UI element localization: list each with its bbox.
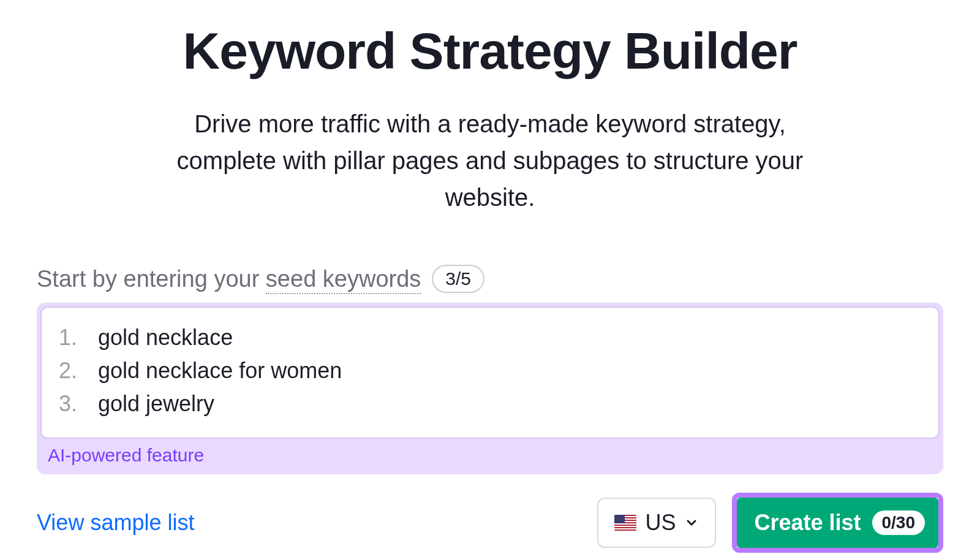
flag-us-icon	[614, 515, 636, 531]
seed-label-row: Start by entering your seed keywords 3/5	[37, 265, 943, 293]
keyword-item[interactable]: gold necklace	[59, 321, 921, 354]
country-select[interactable]: US	[597, 498, 716, 548]
keyword-list: gold necklace gold necklace for women go…	[59, 321, 921, 420]
keyword-item[interactable]: gold jewelry	[59, 387, 921, 420]
seed-keywords-tooltip-term[interactable]: seed keywords	[266, 266, 421, 294]
keyword-item[interactable]: gold necklace for women	[59, 354, 921, 387]
view-sample-link[interactable]: View sample list	[37, 510, 194, 536]
keyword-input-wrapper: gold necklace gold necklace for women go…	[37, 303, 943, 474]
keyword-item-text: gold necklace for women	[98, 354, 342, 387]
seed-label: Start by entering your seed keywords	[37, 266, 421, 292]
create-list-label: Create list	[754, 510, 861, 536]
create-button-highlight: Create list 0/30	[732, 493, 943, 553]
seed-label-prefix: Start by entering your	[37, 266, 266, 292]
chevron-down-icon	[684, 515, 699, 530]
country-code: US	[645, 510, 676, 536]
keyword-item-text: gold jewelry	[98, 387, 214, 420]
create-list-count-badge: 0/30	[872, 510, 925, 535]
keyword-input-box[interactable]: gold necklace gold necklace for women go…	[40, 306, 940, 439]
page-subtitle: Drive more traffic with a ready-made key…	[147, 105, 833, 216]
ai-powered-tag: AI-powered feature	[40, 439, 940, 474]
keyword-item-text: gold necklace	[98, 321, 233, 354]
footer-right: US Create list 0/30	[597, 493, 943, 553]
page-title: Keyword Strategy Builder	[37, 21, 943, 81]
seed-counter-badge: 3/5	[432, 265, 484, 293]
footer-row: View sample list US Create list 0/30	[37, 493, 943, 553]
create-list-button[interactable]: Create list 0/30	[737, 498, 938, 548]
